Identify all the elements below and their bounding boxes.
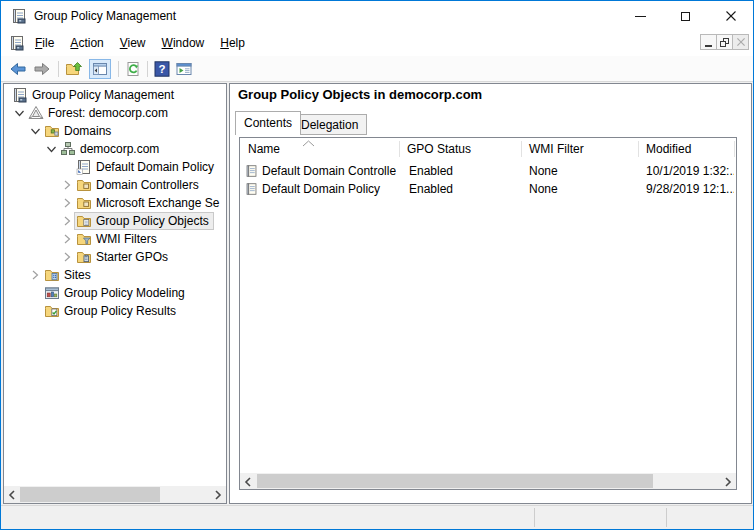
minimize-button[interactable] <box>618 1 663 31</box>
tab-delegation[interactable]: Delegation <box>292 114 367 135</box>
tree-item-domains[interactable]: Domains <box>4 122 226 140</box>
expander-collapsed-icon[interactable] <box>60 250 74 264</box>
expander-collapsed-icon[interactable] <box>28 268 42 282</box>
scroll-left-icon <box>244 477 252 487</box>
column-separator[interactable] <box>521 141 522 157</box>
tree-item-default-domain-policy[interactable]: Default Domain Policy <box>4 158 226 176</box>
column-header-gpo-status[interactable]: GPO Status <box>399 138 521 160</box>
tree-item-label: WMI Filters <box>96 231 157 248</box>
expander-expanded-icon[interactable] <box>28 124 42 138</box>
tree-horizontal-scrollbar[interactable] <box>4 486 226 503</box>
cell-gpo-status: Enabled <box>409 162 519 180</box>
gpo-row-default-domain-policy[interactable]: Default Domain Policy Enabled None 9/28/… <box>240 180 720 198</box>
forward-button[interactable] <box>31 59 53 79</box>
up-one-level-button[interactable] <box>63 59 85 79</box>
cell-name: Default Domain Policy <box>262 180 396 198</box>
menu-help[interactable]: Help <box>212 31 253 55</box>
expander-collapsed-icon[interactable] <box>60 214 74 228</box>
tree-item-label: Sites <box>64 267 91 284</box>
toolbar-separator <box>147 61 148 77</box>
forward-icon <box>33 61 51 77</box>
mdi-minimize-button[interactable] <box>700 34 717 50</box>
tree-item-starter-gpos[interactable]: Starter GPOs <box>4 248 226 266</box>
modeling-icon <box>44 285 60 301</box>
starter-folder-icon <box>76 249 92 265</box>
window-title: Group Policy Management <box>34 1 176 31</box>
gpo-row-default-domain-controllers[interactable]: Default Domain Controller... Enabled Non… <box>240 162 720 180</box>
status-separator <box>666 508 667 527</box>
tree-item-group-policy-objects[interactable]: Group Policy Objects <box>4 212 226 230</box>
menu-window[interactable]: Window <box>154 31 213 55</box>
page-title: Group Policy Objects in democorp.com <box>238 87 482 102</box>
wmi-folder-icon <box>76 231 92 247</box>
column-separator[interactable] <box>638 141 639 157</box>
tree-item-label: Group Policy Results <box>64 303 176 320</box>
list-header: Name GPO Status WMI Filter Modified <box>240 138 736 160</box>
scroll-left-button[interactable] <box>240 473 256 490</box>
column-separator[interactable] <box>399 141 400 157</box>
expander-collapsed-icon[interactable] <box>60 178 74 192</box>
column-header-modified[interactable]: Modified <box>638 138 734 160</box>
forest-icon <box>28 105 44 121</box>
tree-item-label: Default Domain Policy <box>96 159 214 176</box>
cell-modified: 9/28/2019 12:1... <box>646 180 734 198</box>
tree-item-label: Domains <box>64 123 111 140</box>
cell-gpo-status: Enabled <box>409 180 519 198</box>
tree-item-sites[interactable]: Sites <box>4 266 226 284</box>
help-button[interactable] <box>151 59 173 79</box>
maximize-button[interactable] <box>663 1 708 31</box>
close-button[interactable] <box>708 1 753 31</box>
mdi-minimize-icon <box>705 45 712 47</box>
cell-modified: 10/1/2019 1:32:... <box>646 162 734 180</box>
column-header-wmi-filter[interactable]: WMI Filter <box>521 138 638 160</box>
scroll-right-button[interactable] <box>720 473 736 490</box>
back-button[interactable] <box>7 59 29 79</box>
column-separator[interactable] <box>734 141 735 157</box>
expander-collapsed-icon[interactable] <box>60 196 74 210</box>
refresh-icon <box>124 61 142 77</box>
scrollbar-thumb[interactable] <box>20 487 160 502</box>
gpo-scroll-icon <box>245 182 258 196</box>
toolbar-separator <box>58 61 59 77</box>
mdi-restore-icon <box>720 38 729 47</box>
export-list-button[interactable] <box>173 59 195 79</box>
expander-expanded-icon[interactable] <box>44 142 58 156</box>
scroll-right-icon <box>214 490 222 500</box>
refresh-button[interactable] <box>122 59 144 79</box>
tree-item-domain-democorp[interactable]: democorp.com <box>4 140 226 158</box>
mdi-close-button[interactable] <box>732 34 749 50</box>
tree-item-label: democorp.com <box>80 141 159 158</box>
tree-item-wmi-filters[interactable]: WMI Filters <box>4 230 226 248</box>
back-icon <box>9 61 27 77</box>
cell-wmi-filter: None <box>529 162 634 180</box>
cell-name: Default Domain Controller... <box>262 162 396 180</box>
show-hide-console-tree-button[interactable] <box>89 59 111 79</box>
tree-item-microsoft-exchange[interactable]: Microsoft Exchange Se <box>4 194 226 212</box>
tab-contents[interactable]: Contents <box>235 111 301 135</box>
list-horizontal-scrollbar[interactable] <box>240 473 736 489</box>
gpmc-window: Group Policy Management FileActionViewWi… <box>0 0 754 530</box>
menu-action[interactable]: Action <box>62 31 111 55</box>
expander-collapsed-icon[interactable] <box>60 232 74 246</box>
tree-item-group-policy-results[interactable]: Group Policy Results <box>4 302 226 320</box>
scroll-right-button[interactable] <box>210 486 226 503</box>
cell-wmi-filter: None <box>529 180 634 198</box>
mdi-restore-button[interactable] <box>716 34 733 50</box>
tree-item-gpmc-root[interactable]: Group Policy Management <box>4 86 226 104</box>
menu-file[interactable]: File <box>27 31 62 55</box>
column-header-name[interactable]: Name <box>240 138 399 160</box>
gpo-folder-icon <box>76 213 92 229</box>
tree-item-group-policy-modeling[interactable]: Group Policy Modeling <box>4 284 226 302</box>
menu-view[interactable]: View <box>112 31 154 55</box>
scrollbar-thumb[interactable] <box>257 474 653 488</box>
ou-folder-icon <box>76 177 92 193</box>
toolbar-separator <box>118 61 119 77</box>
tree-item-label: Group Policy Modeling <box>64 285 185 302</box>
expander-expanded-icon[interactable] <box>12 106 26 120</box>
menu-bar: FileActionViewWindowHelp <box>1 31 753 56</box>
scroll-left-button[interactable] <box>4 486 20 503</box>
tree-item-domain-controllers[interactable]: Domain Controllers <box>4 176 226 194</box>
tree-item-forest[interactable]: Forest: democorp.com <box>4 104 226 122</box>
tree-item-label: Microsoft Exchange Se <box>96 195 219 212</box>
sites-folder-icon <box>44 267 60 283</box>
